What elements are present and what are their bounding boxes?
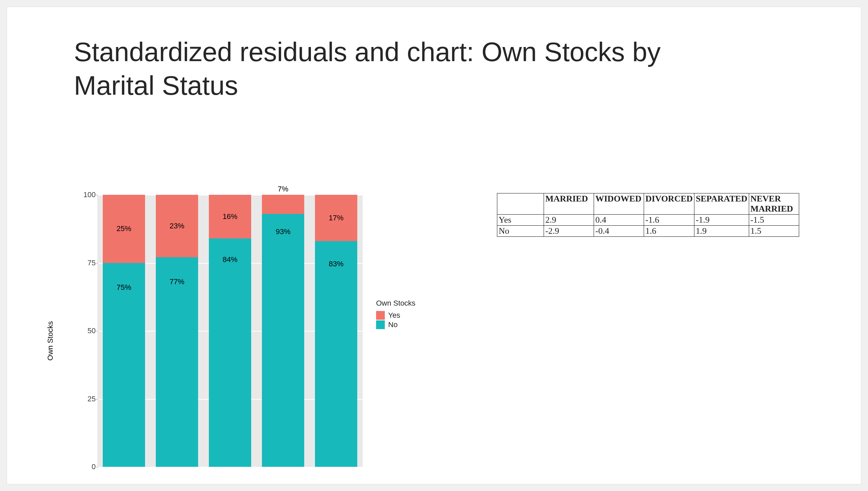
table-row: Yes 2.9 0.4 -1.6 -1.9 -1.5 xyxy=(497,214,799,226)
table-header-row: MARRIED WIDOWED DIVORCED SEPARATED NEVER… xyxy=(497,194,799,214)
swatch-no-icon xyxy=(376,320,385,329)
swatch-yes-icon xyxy=(376,311,385,320)
bar-separated: 7% 93% xyxy=(262,195,304,467)
bar-married: 25% 75% xyxy=(103,195,145,467)
plot-area: 25% 75% 23% 77% 16% 84% 7% 93% xyxy=(97,195,363,467)
bar-divorced: 16% 84% xyxy=(209,195,251,467)
legend: Own Stocks Yes No xyxy=(376,299,415,330)
bar-never-married: 17% 83% xyxy=(315,195,357,467)
table-row: No -2.9 -0.4 1.6 1.9 1.5 xyxy=(497,226,799,237)
bar-widowed: 23% 77% xyxy=(156,195,198,467)
legend-title: Own Stocks xyxy=(376,299,415,308)
legend-item-yes: Yes xyxy=(376,311,415,320)
y-axis-label: Own Stocks xyxy=(46,321,55,360)
slide: Standardized residuals and chart: Own St… xyxy=(7,7,861,484)
page-title: Standardized residuals and chart: Own St… xyxy=(74,35,678,103)
stacked-bar-chart: Own Stocks 0 25 50 75 100 25% 75 xyxy=(54,195,440,484)
residuals-table: MARRIED WIDOWED DIVORCED SEPARATED NEVER… xyxy=(497,193,799,237)
y-ticks: 0 25 50 75 100 xyxy=(79,195,96,467)
legend-item-no: No xyxy=(376,320,415,329)
